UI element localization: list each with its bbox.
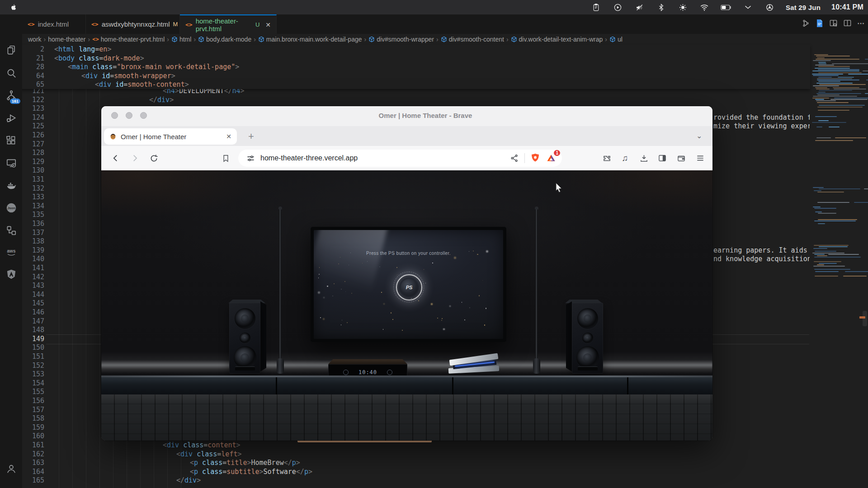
tab-aswdxybhtynnxqz-html[interactable]: <> aswdxybhtynnxqz.html M	[86, 14, 180, 34]
source-control-icon[interactable]: 161	[0, 88, 22, 103]
scrollbar-slider[interactable]	[863, 311, 867, 326]
breadcrumb-item[interactable]: main.bronx-main.work-detail-page	[258, 36, 362, 43]
breadcrumb-separator: ›	[167, 36, 169, 43]
search-icon[interactable]	[0, 66, 22, 81]
dust-particle	[482, 280, 483, 281]
more-actions-icon[interactable]: ⋯	[857, 19, 864, 28]
split-editor-search-icon[interactable]	[829, 19, 838, 28]
remote-explorer-icon[interactable]	[0, 155, 22, 171]
wifi-icon[interactable]	[699, 2, 710, 13]
minimap-mark	[813, 60, 830, 61]
sticky-code-line[interactable]: <div id=smooth-content>	[95, 80, 189, 89]
minimap-mark	[813, 85, 839, 86]
download-icon[interactable]	[638, 153, 649, 164]
aws-icon[interactable]: aws	[0, 244, 22, 260]
untracked-badge: U	[255, 21, 259, 28]
minimap-mark	[817, 107, 863, 108]
breadcrumb-item[interactable]: <>home-theater-prvt.html	[92, 36, 165, 43]
window-title: Omer | Home Theater - Brave	[379, 112, 472, 119]
share-icon[interactable]	[510, 154, 519, 163]
tab-home-theater-prvt-html[interactable]: <> home-theater-prvt.html U ✕	[180, 14, 277, 34]
speaker-port	[578, 366, 598, 371]
settings-gear-icon[interactable]	[0, 485, 22, 488]
menu-hamburger-icon[interactable]	[695, 153, 706, 164]
sidebar-panel-icon[interactable]	[657, 153, 668, 164]
breadcrumb-item[interactable]: home-theater	[48, 36, 85, 43]
breadcrumb-item[interactable]: body.dark-mode	[198, 36, 251, 43]
json-tool-icon[interactable]: Json	[0, 200, 22, 216]
minimap-mark	[833, 87, 859, 88]
minimap-mark	[834, 89, 867, 89]
shield-a-icon[interactable]	[0, 267, 22, 282]
bookmark-icon[interactable]	[220, 153, 231, 164]
chevron-down-icon[interactable]	[742, 2, 753, 13]
preview-file-icon[interactable]	[816, 19, 824, 28]
dust-particle	[320, 317, 321, 318]
sticky-code-line[interactable]: <div id=smooth-wrapper>	[81, 71, 175, 80]
dust-particle	[484, 324, 485, 325]
scm-badge: 161	[10, 99, 20, 104]
cabinet-door	[101, 377, 277, 394]
symbol-cube-icon	[441, 36, 447, 42]
url-text[interactable]: home-theater-three.vercel.app	[260, 154, 510, 162]
window-zoom-button[interactable]	[140, 112, 147, 119]
minimap-mark	[818, 219, 857, 220]
dust-particle	[442, 318, 443, 319]
breadcrumb-label: html	[179, 36, 191, 43]
explorer-icon[interactable]	[0, 42, 22, 58]
forward-button[interactable]	[129, 153, 140, 164]
breadcrumb-item[interactable]: div#smooth-content	[441, 36, 504, 43]
tab-index-html[interactable]: <> index.html	[22, 14, 86, 34]
brave-shield-icon[interactable]	[530, 153, 540, 164]
sticky-code-line[interactable]: <main class="bronx-main work-detail-page…	[68, 62, 239, 71]
dust-particle	[345, 291, 346, 292]
sticky-scroll[interactable]: 2<html lang=en>21<body class=dark-mode>2…	[0, 45, 810, 89]
breadcrumb-item[interactable]: work	[28, 36, 42, 43]
extensions-puzzle-icon[interactable]	[601, 153, 612, 164]
back-button[interactable]	[110, 153, 121, 164]
window-minimize-button[interactable]	[126, 112, 132, 119]
wheel-icon[interactable]	[764, 2, 775, 13]
bluetooth-icon[interactable]	[656, 2, 666, 13]
volume-muted-icon[interactable]	[634, 2, 645, 13]
breadcrumb-item[interactable]: html	[171, 36, 191, 43]
media-music-icon[interactable]: ♫	[619, 153, 630, 164]
apple-menu-icon[interactable]	[7, 2, 18, 13]
clipboard-icon[interactable]	[590, 2, 601, 13]
minimap[interactable]	[810, 53, 867, 488]
breadcrumb[interactable]: work›home-theater›<>home-theater-prvt.ht…	[28, 34, 810, 45]
wallet-icon[interactable]	[676, 153, 687, 164]
browser-tab[interactable]: Omer | Home Theater ✕	[104, 128, 237, 145]
code-line-fragment: nd knowledge acquisition	[713, 254, 810, 263]
window-close-button[interactable]	[111, 112, 118, 119]
extensions-icon[interactable]	[0, 133, 22, 148]
brightness-icon[interactable]	[677, 2, 688, 13]
reload-button[interactable]	[148, 153, 159, 164]
brave-rewards-icon[interactable]: 1	[546, 153, 557, 164]
new-tab-button[interactable]: +	[248, 131, 254, 142]
sticky-code-line[interactable]: <body class=dark-mode>	[54, 54, 144, 63]
browser-title-bar[interactable]: Omer | Home Theater - Brave	[101, 106, 712, 126]
minimap-mark	[819, 105, 865, 106]
close-tab-icon[interactable]: ✕	[226, 133, 231, 140]
address-bar[interactable]: home-theater-three.vercel.app 1	[238, 150, 562, 167]
tv: Press the PS button on your controller. …	[311, 227, 506, 342]
run-debug-icon[interactable]	[0, 110, 22, 126]
close-tab-icon[interactable]: ✕	[265, 21, 271, 28]
commit-graph-icon[interactable]	[802, 19, 810, 28]
docker-icon[interactable]	[0, 178, 22, 193]
play-circle-icon[interactable]	[612, 2, 623, 13]
flow-diagram-icon[interactable]	[0, 223, 22, 238]
breadcrumb-item[interactable]: div#smooth-wrapper	[368, 36, 434, 43]
breadcrumb-item[interactable]: ul	[609, 36, 623, 43]
menu-bar-date[interactable]: Sat 29 Jun	[786, 4, 821, 11]
split-editor-icon[interactable]	[843, 19, 852, 28]
tab-search-chevron-icon[interactable]: ⌄	[696, 131, 702, 140]
menu-bar-clock[interactable]: 10:41 PM	[831, 3, 863, 11]
sticky-code-line[interactable]: <html lang=en>	[54, 45, 111, 54]
breadcrumb-label: div#smooth-content	[449, 36, 504, 43]
breadcrumb-item[interactable]: div.work-detail-text-anim-wrap	[511, 36, 603, 43]
site-controls-icon[interactable]	[246, 154, 255, 163]
account-icon[interactable]	[0, 461, 22, 476]
minimap-mark	[812, 74, 843, 75]
